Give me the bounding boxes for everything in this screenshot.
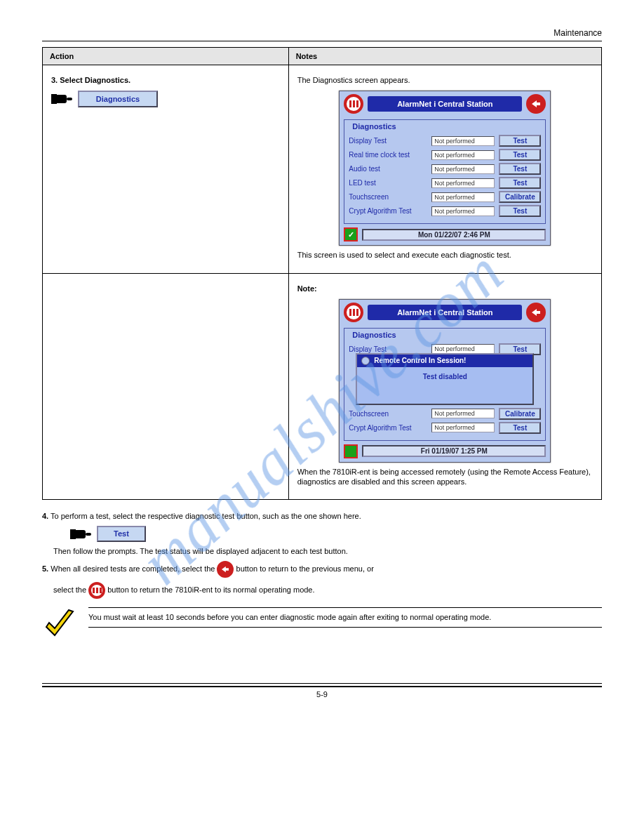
note-text: You must wait at least 10 seconds before… <box>88 612 602 623</box>
test-button[interactable]: Test <box>499 177 541 189</box>
home-icon[interactable] <box>88 582 105 599</box>
step-4-cont: Then follow the prompts. The test status… <box>53 546 602 557</box>
step-4-text: To perform a test, select the respective… <box>51 512 361 520</box>
step-3-text: 3. Select Diagnostics. <box>51 75 280 85</box>
note-label: Note: <box>297 284 593 293</box>
test-button[interactable]: Test <box>499 149 541 161</box>
home-icon[interactable] <box>344 94 363 114</box>
test-button[interactable]: Test <box>499 205 541 217</box>
calibrate-button[interactable]: Calibrate <box>499 408 541 420</box>
press-diagnostics-row: Diagnostics <box>51 91 280 107</box>
app-panel-diagnostics: AlarmNet i Central Station Diagnostics D… <box>339 91 551 246</box>
steps-table: Action Notes 3. Select Diagnostics. Diag… <box>42 47 602 500</box>
press-test-row: Test <box>70 526 602 542</box>
remote-session-popup: Remote Control In Session! Test disabled <box>356 353 534 405</box>
page-header-right: Maintenance <box>42 28 602 38</box>
status-date: Fri 01/19/07 1:25 PM <box>362 445 546 457</box>
step-5-part3: select the <box>53 585 88 594</box>
back-icon[interactable] <box>217 561 234 578</box>
diag-row: Crypt Algorithm Test Not performed Test <box>349 205 541 217</box>
home-icon[interactable] <box>344 303 363 322</box>
col-action: Action <box>43 48 289 65</box>
pointing-hand-icon <box>70 528 91 541</box>
pointing-hand-icon <box>51 93 72 105</box>
diagnostics-button[interactable]: Diagnostics <box>78 91 158 107</box>
app-title: AlarmNet i Central Station <box>368 96 522 112</box>
page-footer: 5-9 <box>42 683 602 699</box>
status-bar: Fri 01/19/07 1:25 PM <box>340 442 550 462</box>
step-5-num: 5. <box>42 564 48 573</box>
diag-row: Real time clock test Not performed Test <box>349 149 541 161</box>
col-notes: Notes <box>288 48 601 65</box>
test-button[interactable]: Test <box>499 135 541 147</box>
note-text: The Diagnostics screen appears. <box>297 75 593 85</box>
step-5-part2: button to return to the previous menu, o… <box>236 564 374 573</box>
table-row: 3. Select Diagnostics. Diagnostics The D… <box>43 65 602 274</box>
diag-row: Display Test Not performed Test <box>349 135 541 147</box>
group-title: Diagnostics <box>350 122 398 131</box>
popup-body: Test disabled <box>357 367 532 404</box>
test-button[interactable]: Test <box>499 163 541 175</box>
calibrate-button[interactable]: Calibrate <box>499 191 541 203</box>
page-number: 5-9 <box>42 690 602 699</box>
table-row: Note: AlarmNet i Central Station Diagnos… <box>43 273 602 500</box>
group-title: Diagnostics <box>350 331 398 339</box>
test-button[interactable]: Test <box>97 526 146 542</box>
diag-row: Audio test Not performed Test <box>349 163 541 175</box>
step-4-num: 4. <box>42 512 48 520</box>
app-panel-remote: AlarmNet i Central Station Diagnostics D… <box>339 299 551 463</box>
status-bar: ✓ Mon 01/22/07 2:46 PM <box>340 225 550 245</box>
note-text-2: This screen is used to select and execut… <box>297 250 593 260</box>
diag-row: Touchscreen Not performed Calibrate <box>349 191 541 203</box>
header-rule <box>42 41 602 41</box>
diag-row: Touchscreen Not performed Calibrate <box>349 408 541 420</box>
status-ok-icon: ✓ <box>344 227 358 241</box>
popup-title-text: Remote Control In Session! <box>374 357 466 364</box>
test-button[interactable]: Test <box>499 422 541 434</box>
diagnostics-group: Diagnostics Display Test Not performed T… <box>344 328 546 441</box>
diag-row: LED test Not performed Test <box>349 177 541 189</box>
step-5-part4: button to return the 7810iR-ent to its n… <box>107 585 314 594</box>
note-row: You must wait at least 10 seconds before… <box>42 607 602 641</box>
diagnostics-group: Diagnostics Display Test Not performed T… <box>344 119 546 224</box>
diag-row: Crypt Algorithm Test Not performed Test <box>349 422 541 434</box>
checkmark-icon <box>42 607 76 641</box>
status-ok-icon <box>344 444 358 458</box>
note-remote-text: When the 7810iR-ent is being accessed re… <box>297 467 593 487</box>
info-icon <box>361 357 370 365</box>
back-icon[interactable] <box>526 303 546 322</box>
app-title: AlarmNet i Central Station <box>368 305 522 320</box>
post-table-section: 4. To perform a test, select the respect… <box>42 511 602 641</box>
back-icon[interactable] <box>526 94 546 114</box>
status-date: Mon 01/22/07 2:46 PM <box>362 229 546 241</box>
step-5-part1: When all desired tests are completed, se… <box>51 564 217 573</box>
